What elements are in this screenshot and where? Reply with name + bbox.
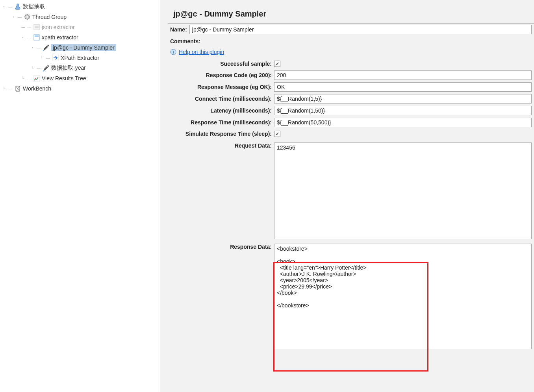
logic-controller-icon bbox=[33, 34, 40, 41]
tree-connector: — bbox=[36, 45, 41, 50]
help-row: i Help on this plugin bbox=[168, 47, 534, 58]
tree-label-xpath-child: XPath Extractor bbox=[61, 55, 99, 61]
tree-label-xpath-extractor: xpath extractor bbox=[42, 34, 78, 41]
tree-label-view-results: View Results Tree bbox=[42, 75, 86, 81]
tree-label-dummy-sampler: jp@gc - Dummy Sampler bbox=[51, 44, 116, 51]
tree-toggle-icon[interactable]: ◦ bbox=[20, 35, 25, 40]
simulate-checkbox[interactable]: ✔ bbox=[274, 131, 280, 137]
tree-connector: └ bbox=[20, 76, 25, 81]
resp-time-input[interactable] bbox=[274, 118, 532, 127]
dropper-icon bbox=[43, 65, 50, 72]
tree-connector: └ bbox=[2, 86, 6, 91]
tree-label-year: 数据抽取-year bbox=[51, 65, 86, 72]
tree-label-json-extractor: json extractor bbox=[42, 24, 75, 30]
resp-msg-label: Response Message (eg OK): bbox=[170, 84, 272, 90]
tree-label-root: 数据抽取 bbox=[23, 3, 45, 10]
logic-controller-icon bbox=[33, 24, 40, 31]
tree-connector: └ bbox=[30, 66, 35, 70]
tree-node-year-sampler[interactable]: └ — 数据抽取-year bbox=[0, 63, 160, 73]
successful-label: Successful sample: bbox=[170, 61, 272, 67]
resp-data-row: Response Data: <bookstore> <book> <title… bbox=[168, 240, 534, 350]
clipboard-icon bbox=[14, 85, 21, 92]
tree-toggle-icon[interactable]: ◦ bbox=[30, 45, 35, 50]
tree-toggle-icon[interactable]: ◦ bbox=[11, 15, 16, 19]
tree-connector: — bbox=[8, 4, 13, 9]
svg-rect-5 bbox=[35, 35, 39, 37]
tree-node-workbench[interactable]: └ — WorkBench bbox=[0, 83, 160, 94]
properties-panel: jp@gc - Dummy Sampler Name: Comments: i … bbox=[162, 0, 534, 392]
arrow-icon bbox=[52, 54, 59, 61]
resp-data-label: Response Data: bbox=[170, 244, 272, 250]
flask-icon bbox=[14, 3, 21, 10]
tree-node-xpath-extractor[interactable]: ◦ — xpath extractor bbox=[0, 32, 160, 43]
tree-node-root[interactable]: ◦ — 数据抽取 bbox=[0, 2, 160, 12]
resp-code-row: Response Code (eg 200): bbox=[168, 69, 534, 81]
comments-row: Comments: bbox=[168, 35, 534, 47]
help-link[interactable]: Help on this plugin bbox=[179, 49, 224, 55]
successful-row: Successful sample: ✔ bbox=[168, 58, 534, 69]
gear-icon bbox=[24, 13, 31, 20]
latency-label: Latency (milliseconds): bbox=[170, 107, 272, 114]
latency-row: Latency (milliseconds): bbox=[168, 105, 534, 116]
tree-connector: — bbox=[17, 15, 22, 19]
chart-icon bbox=[33, 75, 40, 82]
resp-time-label: Response Time (milliseconds): bbox=[170, 119, 272, 126]
name-label: Name: bbox=[170, 26, 187, 33]
resp-time-row: Response Time (milliseconds): bbox=[168, 116, 534, 128]
svg-point-8 bbox=[43, 70, 44, 72]
comments-label: Comments: bbox=[170, 38, 200, 44]
simulate-label: Simulate Response Time (sleep): bbox=[170, 131, 272, 137]
tree-panel: ◦ — 数据抽取 ◦ — Thread Group ⊶ — json extra… bbox=[0, 0, 160, 392]
resp-msg-input[interactable] bbox=[274, 82, 532, 92]
tree-connector: — bbox=[8, 86, 13, 91]
tree-connector: — bbox=[27, 25, 32, 30]
dropper-icon bbox=[43, 44, 50, 51]
tree-node-dummy-sampler[interactable]: ◦ — jp@gc - Dummy Sampler bbox=[0, 43, 160, 53]
svg-point-1 bbox=[26, 16, 28, 18]
connect-time-label: Connect Time (milliseconds): bbox=[170, 96, 272, 102]
tree-connector: — bbox=[46, 55, 50, 60]
tree-node-xpath-extractor-child[interactable]: └ — XPath Extractor bbox=[0, 53, 160, 63]
tree-connector: — bbox=[27, 76, 32, 81]
name-input[interactable] bbox=[189, 25, 532, 34]
tree-label-workbench: WorkBench bbox=[23, 85, 51, 92]
svg-rect-9 bbox=[33, 75, 40, 81]
svg-point-6 bbox=[43, 50, 44, 51]
tree-node-view-results[interactable]: └ — View Results Tree bbox=[0, 73, 160, 83]
tree-connector: — bbox=[36, 66, 41, 70]
page-title: jp@gc - Dummy Sampler bbox=[173, 9, 534, 18]
resp-msg-row: Response Message (eg OK): bbox=[168, 81, 534, 93]
tree-node-json-extractor[interactable]: ⊶ — json extractor bbox=[0, 22, 160, 32]
req-data-row: Request Data: 123456 bbox=[168, 139, 534, 240]
tree-node-thread-group[interactable]: ◦ — Thread Group bbox=[0, 12, 160, 22]
resp-code-label: Response Code (eg 200): bbox=[170, 72, 272, 78]
connect-time-row: Connect Time (milliseconds): bbox=[168, 93, 534, 105]
resp-code-input[interactable] bbox=[274, 70, 532, 80]
req-data-label: Request Data: bbox=[170, 142, 272, 149]
req-data-textarea[interactable]: 123456 bbox=[274, 142, 532, 239]
tree-label-thread-group: Thread Group bbox=[32, 14, 67, 20]
name-row: Name: bbox=[168, 24, 534, 35]
connect-time-input[interactable] bbox=[274, 94, 532, 104]
simulate-row: Simulate Response Time (sleep): ✔ bbox=[168, 128, 534, 139]
resp-data-textarea[interactable]: <bookstore> <book> <title lang="en">Harr… bbox=[274, 244, 532, 349]
tree-toggle-icon[interactable]: ⊶ bbox=[20, 25, 25, 30]
tree-connector: — bbox=[27, 35, 32, 40]
tree-toggle-icon[interactable]: ◦ bbox=[2, 4, 6, 9]
latency-input[interactable] bbox=[274, 106, 532, 115]
tree-connector: └ bbox=[39, 55, 44, 60]
svg-rect-3 bbox=[35, 26, 39, 28]
info-icon: i bbox=[170, 49, 176, 55]
successful-checkbox[interactable]: ✔ bbox=[274, 61, 280, 67]
